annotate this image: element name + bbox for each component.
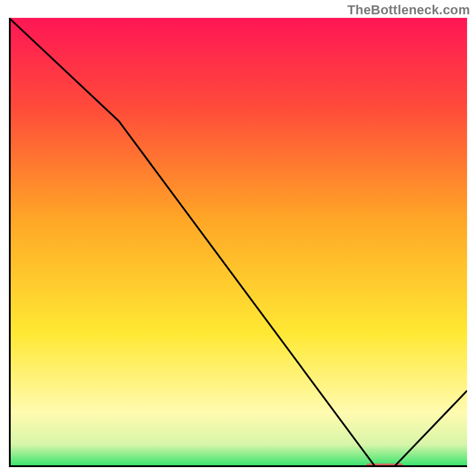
chart-svg xyxy=(9,18,467,467)
chart-container: TheBottleneck.com xyxy=(0,0,476,476)
plot-frame xyxy=(9,18,467,467)
watermark-text: TheBottleneck.com xyxy=(347,2,470,18)
plot-background xyxy=(9,18,467,467)
